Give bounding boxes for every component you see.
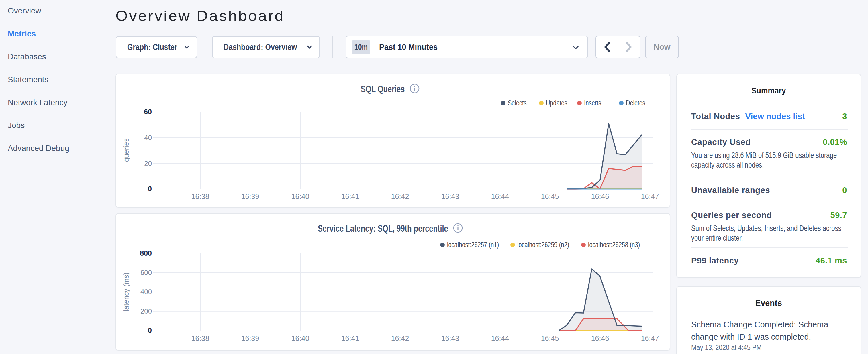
svg-text:16:45: 16:45 <box>541 192 559 200</box>
svg-text:16:46: 16:46 <box>591 334 609 342</box>
svg-text:16:42: 16:42 <box>391 192 409 200</box>
svg-text:16:47: 16:47 <box>641 192 659 200</box>
svg-text:16:39: 16:39 <box>241 334 259 342</box>
svg-text:40: 40 <box>144 134 152 141</box>
svg-text:16:38: 16:38 <box>191 334 210 342</box>
svg-text:20: 20 <box>144 160 152 167</box>
svg-text:16:39: 16:39 <box>241 192 259 200</box>
svg-text:200: 200 <box>141 307 152 315</box>
svg-text:16:44: 16:44 <box>491 192 509 200</box>
svg-text:16:43: 16:43 <box>441 192 459 200</box>
svg-text:16:40: 16:40 <box>291 192 309 200</box>
svg-text:16:43: 16:43 <box>441 334 459 342</box>
svg-text:16:42: 16:42 <box>391 334 409 342</box>
svg-text:0: 0 <box>148 326 152 334</box>
svg-text:16:46: 16:46 <box>591 192 609 200</box>
svg-text:800: 800 <box>140 249 152 257</box>
svg-text:latency (ms): latency (ms) <box>122 272 130 311</box>
svg-text:0: 0 <box>148 185 152 193</box>
svg-text:16:44: 16:44 <box>491 334 509 342</box>
svg-text:600: 600 <box>141 269 152 277</box>
svg-text:16:41: 16:41 <box>341 192 359 200</box>
svg-text:400: 400 <box>141 288 152 296</box>
svg-text:queries: queries <box>122 138 130 162</box>
svg-text:16:47: 16:47 <box>641 334 659 342</box>
svg-text:16:45: 16:45 <box>541 334 559 342</box>
svg-text:16:38: 16:38 <box>191 192 210 200</box>
svg-text:60: 60 <box>144 108 152 116</box>
svg-text:16:40: 16:40 <box>291 334 309 342</box>
svg-text:16:41: 16:41 <box>341 334 359 342</box>
